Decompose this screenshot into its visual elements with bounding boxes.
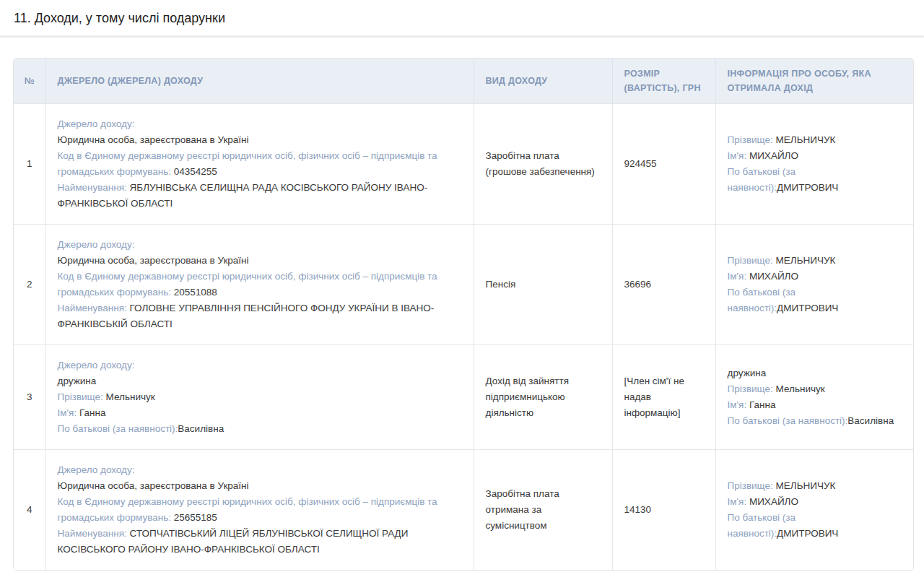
field-line: Прізвище: Мельничук [58,389,465,405]
field-line: Код в Єдиному державному реєстрі юридичн… [58,148,465,180]
field-line: Прізвище: Мельничук [728,381,907,397]
income-amount-cell: 36696 [612,224,715,344]
field-line: По батькові (за наявності):Василівна [728,413,907,429]
field-value: 20551088 [174,287,217,298]
field-label: Прізвище: [728,134,776,145]
field-label: Прізвище: [728,480,776,491]
income-amount-cell: 14130 [612,449,715,570]
field-label: Код в Єдиному державному реєстрі юридичн… [58,150,437,177]
field-value: МЕЛЬНИЧУК [776,134,836,145]
field-value: Юридична особа, зареєстрована в Україні [58,480,249,491]
field-label: Код в Єдиному державному реєстрі юридичн… [58,271,437,298]
field-label: Прізвище: [58,391,106,402]
income-amount-cell: 924455 [612,103,715,224]
field-label: Найменування: [58,182,130,193]
field-line: Ім'я: Ганна [58,405,465,421]
field-value: Юридична особа, зареєстрована в Україні [58,134,249,145]
field-line: Джерело доходу: [58,116,465,132]
field-line: Джерело доходу: [58,462,465,478]
field-line: Прізвище: МЕЛЬНИЧУК [728,478,907,494]
field-value: ДМИТРОВИЧ [777,528,838,539]
field-line: Код в Єдиному державному реєстрі юридичн… [58,494,465,526]
income-person-cell: Прізвище: МЕЛЬНИЧУКІм'я: МИХАЙЛОПо батьк… [715,103,914,224]
field-value: Василівна [847,415,894,426]
field-label: Джерело доходу: [58,360,135,370]
table-header-row: № ДЖЕРЕЛО (ДЖЕРЕЛА) ДОХОДУ ВИД ДОХОДУ РО… [14,58,914,103]
field-line: Прізвище: МЕЛЬНИЧУК [728,132,907,148]
field-line: Джерело доходу: [58,237,465,253]
table-row: 1 Джерело доходу:Юридична особа, зареєст… [14,103,914,224]
field-label: По батькові (за наявності): [58,423,178,434]
field-label: Код в Єдиному державному реєстрі юридичн… [58,496,437,523]
field-line: Юридична особа, зареєстрована в Україні [58,253,465,269]
row-number: 3 [14,344,45,449]
income-source-cell: Джерело доходу:дружинаПрізвище: Мельничу… [45,344,474,449]
income-person-cell: Прізвище: МЕЛЬНИЧУКІм'я: МИХАЙЛОПо батьк… [715,449,914,570]
field-line: Найменування: СТОПЧАТІВСЬКИЙ ЛІЦЕЙ ЯБЛУН… [58,526,465,558]
field-line: По батькові (за наявності):ДМИТРОВИЧ [728,285,907,316]
income-type-cell: Заробітна плата (грошове забезпечення) [474,103,612,224]
field-label: Прізвище: [728,384,776,394]
page-title: 11. Доходи, у тому числі подарунки [0,0,924,26]
field-line: Джерело доходу: [58,358,465,373]
field-line: дружина [58,373,465,389]
field-line: По батькові (за наявності):Василівна [58,421,465,437]
field-value: МЕЛЬНИЧУК [776,480,836,491]
field-value: МИХАЙЛО [749,271,798,282]
field-line: дружина [728,365,907,381]
col-header-amount: РОЗМІР (ВАРТІСТЬ), ГРН [612,58,715,103]
field-label: Ім'я: [728,496,749,507]
field-value: МИХАЙЛО [749,150,798,161]
col-header-num: № [14,58,45,103]
income-source-cell: Джерело доходу:Юридична особа, зареєстро… [45,449,474,570]
field-label: Ім'я: [728,399,749,410]
field-label: Найменування: [58,528,130,539]
field-value: дружина [728,368,767,378]
section-divider [0,35,924,38]
field-line: Ім'я: МИХАЙЛО [728,494,907,510]
income-table-card: № ДЖЕРЕЛО (ДЖЕРЕЛА) ДОХОДУ ВИД ДОХОДУ РО… [13,58,914,571]
field-line: Найменування: ЯБЛУНІВСЬКА СЕЛИЩНА РАДА К… [58,180,465,212]
field-label: Ім'я: [58,407,79,418]
income-table: № ДЖЕРЕЛО (ДЖЕРЕЛА) ДОХОДУ ВИД ДОХОДУ РО… [14,58,914,570]
field-label: Джерело доходу: [58,118,135,129]
col-header-source: ДЖЕРЕЛО (ДЖЕРЕЛА) ДОХОДУ [45,58,474,103]
field-value: ДМИТРОВИЧ [777,303,838,313]
income-person-cell: дружинаПрізвище: МельничукІм'я: ГаннаПо … [715,344,914,449]
field-line: По батькові (за наявності):ДМИТРОВИЧ [728,164,907,196]
field-line: Прізвище: МЕЛЬНИЧУК [728,253,907,269]
income-table-body: 1 Джерело доходу:Юридична особа, зареєст… [14,103,914,570]
field-value: Мельничук [776,384,825,394]
field-label: Ім'я: [728,150,749,161]
table-row: 2 Джерело доходу:Юридична особа, зареєст… [14,224,914,344]
row-number: 4 [14,449,45,570]
field-label: Ім'я: [728,271,749,282]
field-value: Мельничук [106,391,155,402]
field-value: Ганна [79,407,105,418]
income-type-cell: Заробітна плата отримана за сумісництвом [474,449,612,570]
field-label: Прізвище: [728,255,776,266]
field-line: Юридична особа, зареєстрована в Україні [58,132,465,148]
field-line: Ім'я: Ганна [728,397,907,413]
table-row: 3 Джерело доходу:дружинаПрізвище: Мельни… [14,344,914,449]
field-line: По батькові (за наявності):ДМИТРОВИЧ [728,510,907,542]
field-label: Джерело доходу: [58,464,135,475]
field-value: ДМИТРОВИЧ [777,182,838,193]
field-value: 25655185 [174,512,217,523]
field-line: Юридична особа, зареєстрована в Україні [58,478,465,494]
field-value: МИХАЙЛО [749,496,798,507]
col-header-person: ІНФОРМАЦІЯ ПРО ОСОБУ, ЯКА ОТРИМАЛА ДОХІД [715,58,914,103]
field-value: 04354255 [174,166,217,177]
field-value: МЕЛЬНИЧУК [776,255,836,266]
field-line: Ім'я: МИХАЙЛО [728,148,907,164]
table-row: 4 Джерело доходу:Юридична особа, зареєст… [14,449,914,570]
field-line: Код в Єдиному державному реєстрі юридичн… [58,269,465,300]
field-label: Джерело доходу: [58,239,135,250]
income-type-cell: Дохід від зайняття підприємницькою діяль… [474,344,612,449]
row-number: 1 [14,103,45,224]
field-value: Юридична особа, зареєстрована в Україні [58,255,249,266]
income-amount-cell: [Член сім'ї не надав інформацію] [612,344,715,449]
field-line: Ім'я: МИХАЙЛО [728,269,907,285]
field-label: Найменування: [58,303,130,313]
field-value: дружина [58,376,97,386]
